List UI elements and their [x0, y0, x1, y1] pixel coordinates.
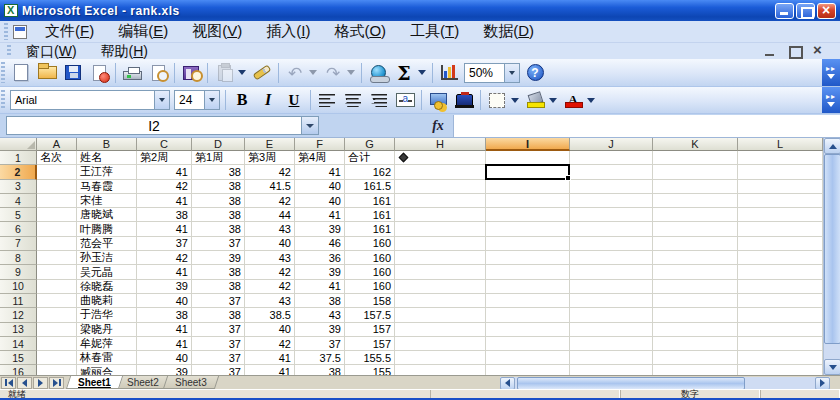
row-header-11[interactable]: 11	[0, 294, 37, 308]
cell-I6[interactable]	[486, 222, 570, 236]
cell-C11[interactable]: 40	[137, 294, 192, 308]
borders-icon[interactable]	[485, 89, 509, 111]
cell-G13[interactable]: 157	[345, 323, 395, 337]
cell-D7[interactable]: 37	[192, 237, 245, 251]
merge-center-icon[interactable]	[393, 89, 417, 111]
row-header-13[interactable]: 13	[0, 323, 37, 337]
cell-J7[interactable]	[570, 237, 653, 251]
cell-E13[interactable]: 40	[245, 323, 295, 337]
autosum-icon[interactable]: Σ	[392, 62, 416, 84]
row-header-3[interactable]: 3	[0, 180, 37, 194]
column-header-C[interactable]: C	[137, 138, 192, 151]
currency-style-icon[interactable]	[426, 89, 450, 111]
cell-F5[interactable]: 41	[295, 208, 345, 222]
cell-I15[interactable]	[486, 351, 570, 365]
cell-E9[interactable]: 42	[245, 265, 295, 279]
phonetic-guide-icon[interactable]	[452, 89, 476, 111]
column-header-B[interactable]: B	[77, 138, 137, 151]
cell-A12[interactable]	[37, 308, 77, 322]
cell-H2[interactable]	[395, 165, 486, 179]
row-header-16[interactable]: 16	[0, 365, 37, 375]
font-name-combobox[interactable]: Arial	[10, 90, 170, 110]
cell-D8[interactable]: 39	[192, 251, 245, 265]
row-header-10[interactable]: 10	[0, 280, 37, 294]
cell-I5[interactable]	[486, 208, 570, 222]
research-icon[interactable]	[179, 62, 203, 84]
row-header-2[interactable]: 2	[0, 165, 37, 179]
cell-H10[interactable]	[395, 280, 486, 294]
cell-A4[interactable]	[37, 194, 77, 208]
cell-G10[interactable]: 160	[345, 280, 395, 294]
format-painter-icon[interactable]	[250, 62, 274, 84]
toolbar-options-icon[interactable]: ▸▸	[822, 87, 840, 113]
paste-icon[interactable]	[212, 62, 236, 84]
close-button[interactable]	[817, 3, 836, 19]
menu-item-窗口[interactable]: 窗口(W)	[14, 42, 89, 60]
align-center-icon[interactable]	[341, 89, 365, 111]
cell-F6[interactable]: 39	[295, 222, 345, 236]
insert-function-icon[interactable]: fx	[423, 116, 453, 135]
cell-F7[interactable]: 46	[295, 237, 345, 251]
cell-I16[interactable]	[486, 365, 570, 375]
underline-icon[interactable]: U	[282, 89, 306, 111]
row-header-7[interactable]: 7	[0, 237, 37, 251]
cell-J1[interactable]	[570, 151, 653, 165]
cell-H12[interactable]	[395, 308, 486, 322]
column-header-D[interactable]: D	[192, 138, 245, 151]
cell-A1[interactable]: 名次	[37, 151, 77, 165]
font-color-dropdown-icon[interactable]	[587, 98, 595, 103]
fill-color-dropdown-icon[interactable]	[549, 98, 557, 103]
cell-G6[interactable]: 161	[345, 222, 395, 236]
selection-border[interactable]	[485, 164, 570, 179]
row-header-6[interactable]: 6	[0, 222, 37, 236]
cell-K8[interactable]	[653, 251, 738, 265]
cell-A13[interactable]	[37, 323, 77, 337]
cell-L13[interactable]	[738, 323, 823, 337]
cell-B12[interactable]: 于浩华	[77, 308, 137, 322]
cell-G7[interactable]: 160	[345, 237, 395, 251]
cell-A9[interactable]	[37, 265, 77, 279]
cell-H9[interactable]	[395, 265, 486, 279]
cell-J5[interactable]	[570, 208, 653, 222]
cell-C7[interactable]: 37	[137, 237, 192, 251]
cell-F9[interactable]: 39	[295, 265, 345, 279]
redo-icon[interactable]: ↷	[321, 62, 345, 84]
fill-color-icon[interactable]	[523, 89, 547, 111]
zoom-dropdown-icon[interactable]	[504, 64, 519, 82]
cell-G12[interactable]: 157.5	[345, 308, 395, 322]
cell-K1[interactable]	[653, 151, 738, 165]
cell-H1[interactable]	[395, 151, 486, 165]
vertical-scroll-thumb[interactable]	[824, 154, 840, 344]
cell-G8[interactable]: 160	[345, 251, 395, 265]
cell-C8[interactable]: 42	[137, 251, 192, 265]
cell-I1[interactable]	[486, 151, 570, 165]
next-sheet-icon[interactable]	[33, 377, 48, 389]
cell-E3[interactable]: 41.5	[245, 180, 295, 194]
cell-F2[interactable]: 41	[295, 165, 345, 179]
cell-G2[interactable]: 162	[345, 165, 395, 179]
cell-I10[interactable]	[486, 280, 570, 294]
cell-J8[interactable]	[570, 251, 653, 265]
horizontal-scrollbar[interactable]	[500, 377, 830, 390]
cell-C9[interactable]: 41	[137, 265, 192, 279]
cell-L11[interactable]	[738, 294, 823, 308]
cell-L16[interactable]	[738, 365, 823, 375]
row-header-15[interactable]: 15	[0, 351, 37, 365]
column-header-E[interactable]: E	[245, 138, 295, 151]
cell-A3[interactable]	[37, 180, 77, 194]
cell-L9[interactable]	[738, 265, 823, 279]
cell-H15[interactable]	[395, 351, 486, 365]
cell-E4[interactable]: 42	[245, 194, 295, 208]
open-file-icon[interactable]	[35, 62, 59, 84]
scroll-up-icon[interactable]	[824, 138, 840, 154]
cell-L14[interactable]	[738, 337, 823, 351]
row-header-8[interactable]: 8	[0, 251, 37, 265]
cell-J10[interactable]	[570, 280, 653, 294]
cell-D13[interactable]: 37	[192, 323, 245, 337]
cell-F8[interactable]: 36	[295, 251, 345, 265]
cell-H5[interactable]	[395, 208, 486, 222]
cell-G3[interactable]: 161.5	[345, 180, 395, 194]
cell-C5[interactable]: 38	[137, 208, 192, 222]
cell-F11[interactable]: 38	[295, 294, 345, 308]
scroll-down-icon[interactable]	[824, 359, 840, 375]
